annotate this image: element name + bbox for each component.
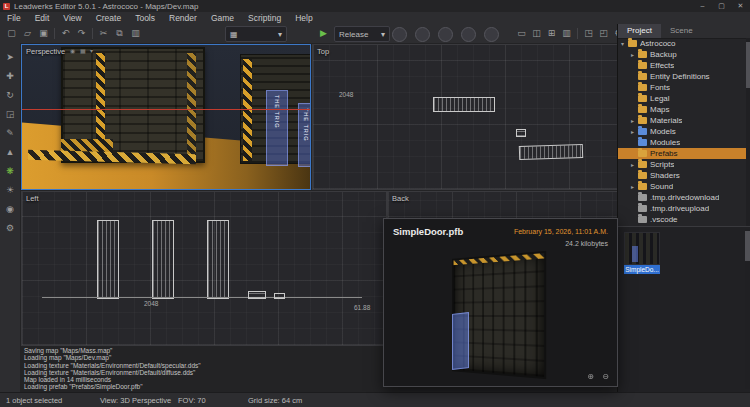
gizmo-axis-line[interactable]: [22, 109, 310, 110]
trigger-volume[interactable]: THE TRIG: [266, 90, 288, 166]
toolbar-toggle-2[interactable]: [415, 27, 430, 42]
new-icon[interactable]: ▢: [4, 26, 19, 41]
tree-item-label: .vscode: [650, 215, 678, 224]
tree-scrollbar[interactable]: [746, 38, 750, 226]
select-tool-icon[interactable]: ➤: [2, 49, 18, 65]
expand-arrow-icon[interactable]: ▸: [631, 117, 638, 124]
tree-item-sound[interactable]: ▸ Sound: [618, 181, 746, 192]
toolbar-toggle-5[interactable]: [484, 27, 499, 42]
menu-view[interactable]: View: [56, 12, 88, 24]
maximize-button[interactable]: ▢: [712, 0, 731, 12]
viewport-perspective[interactable]: THE TRIG THE TRIG Perspective ◉ ▦ ▾: [21, 44, 311, 190]
paste-icon[interactable]: ▥: [128, 26, 143, 41]
scrollbar-thumb[interactable]: [745, 231, 750, 261]
build-config-dropdown[interactable]: Release ▾: [334, 26, 390, 42]
menu-render[interactable]: Render: [162, 12, 204, 24]
tree-item-legal[interactable]: Legal: [618, 93, 746, 104]
status-view: View: 3D Perspective: [100, 393, 171, 407]
tree-item-materials[interactable]: ▸ Materials: [618, 115, 746, 126]
toolbar-toggle-4[interactable]: [461, 27, 476, 42]
menubar: File Edit View Create Tools Render Game …: [0, 12, 750, 24]
fullscreen-icon[interactable]: ◰: [596, 26, 611, 41]
menu-help[interactable]: Help: [288, 12, 319, 24]
minimize-button[interactable]: –: [693, 0, 712, 12]
zoom-in-icon[interactable]: ⊕: [585, 371, 596, 382]
viewport-left[interactable]: Left 2048 61.88: [21, 191, 387, 346]
tree-item-backup[interactable]: ▸ Backup: [618, 49, 746, 60]
tree-item-scripts[interactable]: ▸ Scripts: [618, 159, 746, 170]
door-wireframe-side[interactable]: [207, 220, 229, 299]
tree-item-fonts[interactable]: Fonts: [618, 82, 746, 93]
wireframe-icon[interactable]: ◳: [581, 26, 596, 41]
menu-edit[interactable]: Edit: [28, 12, 57, 24]
copy-icon[interactable]: ⧉: [112, 26, 127, 41]
tree-item-entity-definitions[interactable]: Entity Definitions: [618, 71, 746, 82]
light-tool-icon[interactable]: ☀: [2, 182, 18, 198]
layout-single-icon[interactable]: ▭: [514, 26, 529, 41]
door-wireframe-top-2[interactable]: [519, 144, 583, 160]
tree-item-shaders[interactable]: Shaders: [618, 170, 746, 181]
expand-arrow-icon[interactable]: ▸: [631, 161, 638, 168]
toolbar-toggle-1[interactable]: [392, 27, 407, 42]
menu-scripting[interactable]: Scripting: [241, 12, 288, 24]
wireframe-detail[interactable]: [274, 293, 285, 299]
wireframe-detail[interactable]: [248, 291, 266, 299]
menu-create[interactable]: Create: [89, 12, 129, 24]
redo-icon[interactable]: ↷: [74, 26, 89, 41]
save-icon[interactable]: ▣: [36, 26, 51, 41]
file-browser-scrollbar[interactable]: [745, 229, 750, 389]
tab-project[interactable]: Project: [618, 24, 661, 38]
door-wireframe-top[interactable]: [433, 97, 495, 112]
close-button[interactable]: ✕: [731, 0, 750, 12]
expand-arrow-icon[interactable]: ▸: [631, 51, 638, 58]
move-tool-icon[interactable]: ✚: [2, 68, 18, 84]
trigger-volume[interactable]: THE TRIG: [298, 103, 311, 167]
wireframe-detail[interactable]: [516, 129, 526, 137]
layout-four-icon[interactable]: ⊞: [544, 26, 559, 41]
camera-tool-icon[interactable]: ◉: [2, 201, 18, 217]
brush-tool-icon[interactable]: ✎: [2, 125, 18, 141]
tree-item-maps[interactable]: Maps: [618, 104, 746, 115]
layout-three-icon[interactable]: ▥: [559, 26, 574, 41]
tree-item-effects[interactable]: Effects: [618, 60, 746, 71]
cut-icon[interactable]: ✂: [96, 26, 111, 41]
tree-item-tmp-drivedownload[interactable]: .tmp.drivedownload: [618, 192, 746, 203]
undo-icon[interactable]: ↶: [58, 26, 73, 41]
menu-tools[interactable]: Tools: [128, 12, 162, 24]
tab-scene[interactable]: Scene: [661, 24, 702, 38]
tree-item-prefabs[interactable]: Prefabs: [618, 148, 746, 159]
expand-arrow-icon[interactable]: ▸: [631, 128, 638, 135]
play-button[interactable]: ▶: [316, 26, 331, 41]
zoom-out-icon[interactable]: ⊖: [600, 371, 611, 382]
tree-item-tmp-driveupload[interactable]: .tmp.driveupload: [618, 203, 746, 214]
menu-file[interactable]: File: [0, 12, 28, 24]
layout-two-icon[interactable]: ◫: [529, 26, 544, 41]
primitive-dropdown[interactable]: ▦ ▾: [225, 26, 287, 42]
expand-arrow-icon[interactable]: ▾: [621, 40, 628, 47]
viewport-option-icon[interactable]: ▾: [90, 47, 93, 54]
viewport-option-icon[interactable]: ◉: [70, 47, 75, 54]
app-logo-icon: L: [3, 3, 10, 10]
terrain-tool-icon[interactable]: ▲: [2, 144, 18, 160]
viewport-top[interactable]: Top 2048: [312, 44, 618, 190]
project-panel: Project Scene ▾ Astrococo ▸ Backup Effec…: [617, 24, 750, 392]
scale-tool-icon[interactable]: ◲: [2, 106, 18, 122]
open-icon[interactable]: ▱: [20, 26, 35, 41]
toolbar-toggle-3[interactable]: [438, 27, 453, 42]
tree-item-label: Modules: [650, 138, 680, 147]
rotate-tool-icon[interactable]: ↻: [2, 87, 18, 103]
expand-arrow-icon[interactable]: ▸: [631, 183, 638, 190]
viewport-option-icon[interactable]: ▦: [80, 47, 86, 54]
viewport-label: Left: [26, 194, 39, 203]
door-wireframe-side[interactable]: [152, 220, 174, 299]
settings-tool-icon[interactable]: ⚙: [2, 220, 18, 236]
menu-game[interactable]: Game: [204, 12, 241, 24]
tree-item-astrococo[interactable]: ▾ Astrococo: [618, 38, 746, 49]
tree-item-vscode[interactable]: .vscode: [618, 214, 746, 225]
scrollbar-thumb[interactable]: [746, 42, 750, 88]
file-item-simpledoor[interactable]: SimpleDo...: [624, 232, 660, 274]
tree-item-models[interactable]: ▸ Models: [618, 126, 746, 137]
tree-item-modules[interactable]: Modules: [618, 137, 746, 148]
door-wireframe-side[interactable]: [97, 220, 119, 299]
vegetation-tool-icon[interactable]: ❋: [2, 163, 18, 179]
